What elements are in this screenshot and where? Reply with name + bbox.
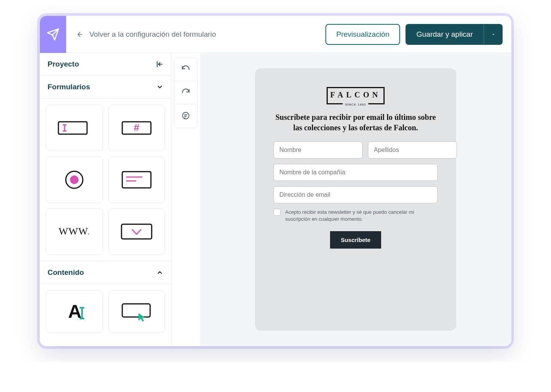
palette-dropdown[interactable] xyxy=(108,208,165,255)
sidebar-project-label: Proyecto xyxy=(48,60,79,68)
text-input-icon xyxy=(58,119,91,137)
palette-text-block[interactable]: A xyxy=(46,290,103,333)
palette-number-input[interactable]: # xyxy=(108,105,165,151)
sidebar-content-label: Contenido xyxy=(48,268,84,277)
save-button-group: Guardar y aplicar xyxy=(406,24,503,45)
button-block-icon xyxy=(119,300,154,323)
app-logo[interactable] xyxy=(40,16,66,53)
main: Proyecto Formularios xyxy=(40,53,511,346)
palette-button-block[interactable] xyxy=(108,290,165,333)
number-input-icon: # xyxy=(120,119,153,137)
content-palette: A xyxy=(40,284,171,333)
palette-text-input[interactable] xyxy=(46,105,103,151)
svg-text:A: A xyxy=(68,301,82,322)
svg-point-20 xyxy=(183,112,189,119)
back-link[interactable]: Volver a la configuración del formulario xyxy=(66,30,325,39)
app-window: Volver a la configuración del formulario… xyxy=(39,15,512,346)
svg-rect-19 xyxy=(122,304,150,317)
palette-radio[interactable] xyxy=(46,157,103,203)
consent-checkbox[interactable] xyxy=(274,209,281,216)
back-link-label: Volver a la configuración del formulario xyxy=(89,30,216,39)
url-icon: WWW. xyxy=(58,226,90,237)
text-block-icon: A xyxy=(59,300,90,323)
undo-button[interactable] xyxy=(174,58,197,81)
collapse-left-icon xyxy=(156,60,163,68)
form-preview-card[interactable]: FALCON SINCE 1892 Suscríbete para recibi… xyxy=(255,68,456,331)
arrow-left-icon xyxy=(76,31,84,38)
top-actions: Previsualización Guardar y aplicar xyxy=(325,24,511,45)
redo-icon xyxy=(181,88,191,98)
chat-icon xyxy=(181,111,190,121)
first-name-field[interactable] xyxy=(274,141,363,159)
consent-row: Acepto recibir esta newsletter y sé que … xyxy=(274,209,438,223)
sidebar-section-project[interactable]: Proyecto xyxy=(40,53,171,76)
preview-button[interactable]: Previsualización xyxy=(325,24,400,45)
consent-text: Acepto recibir esta newsletter y sé que … xyxy=(285,209,438,223)
brand-logo: FALCON SINCE 1892 xyxy=(327,87,385,104)
chevron-up-icon xyxy=(156,269,163,276)
palette-textarea[interactable] xyxy=(108,157,165,203)
sidebar-section-forms[interactable]: Formularios xyxy=(40,76,171,99)
email-field[interactable] xyxy=(274,186,438,203)
svg-text:#: # xyxy=(134,122,140,133)
paper-plane-icon xyxy=(46,28,60,41)
canvas[interactable]: FALCON SINCE 1892 Suscríbete para recibi… xyxy=(200,53,511,346)
forms-palette: # WWW. xyxy=(40,99,171,261)
tool-rail xyxy=(171,53,200,346)
company-field[interactable] xyxy=(274,164,438,181)
svg-rect-11 xyxy=(122,172,151,188)
caret-down-icon xyxy=(491,32,496,37)
svg-rect-14 xyxy=(121,224,152,239)
last-name-field[interactable] xyxy=(368,141,457,159)
sidebar-section-content[interactable]: Contenido xyxy=(40,261,171,284)
svg-rect-3 xyxy=(58,122,87,134)
sidebar-forms-label: Formularios xyxy=(48,83,90,91)
palette-url[interactable]: WWW. xyxy=(46,208,103,255)
textarea-icon xyxy=(120,169,153,190)
redo-button[interactable] xyxy=(174,81,197,104)
save-button-dropdown[interactable] xyxy=(484,24,503,45)
svg-point-10 xyxy=(70,176,79,184)
brand-since: SINCE 1892 xyxy=(343,103,368,106)
chevron-down-icon xyxy=(156,84,163,90)
dropdown-icon xyxy=(119,221,154,242)
brand-name: FALCON xyxy=(328,90,383,99)
save-button[interactable]: Guardar y aplicar xyxy=(406,24,484,45)
sidebar: Proyecto Formularios xyxy=(40,53,171,346)
subscribe-button[interactable]: Suscríbete xyxy=(330,231,382,249)
form-heading: Suscríbete para recibir por email lo últ… xyxy=(274,112,438,133)
radio-icon xyxy=(63,168,86,191)
topbar: Volver a la configuración del formulario… xyxy=(40,16,511,53)
comments-button[interactable] xyxy=(174,104,197,128)
undo-icon xyxy=(181,65,191,75)
